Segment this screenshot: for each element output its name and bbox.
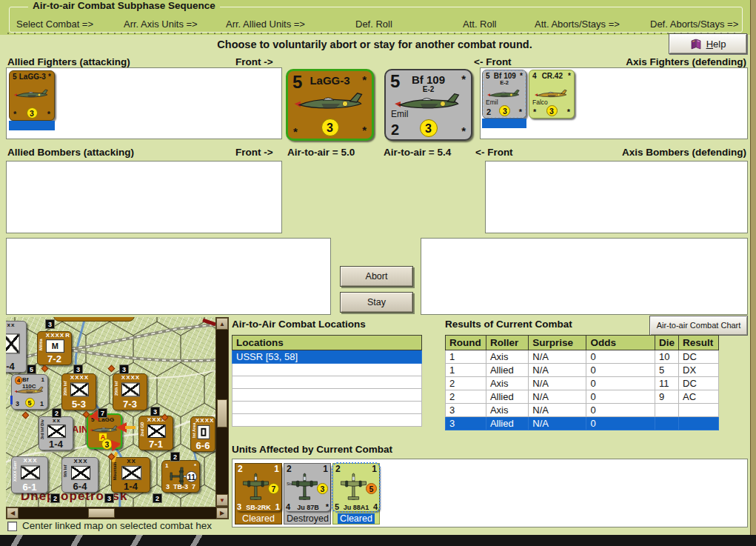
subphase-step: Def. Aborts/Stays =>: [650, 19, 738, 30]
rating-circle: 11: [186, 471, 197, 482]
result-row[interactable]: 1AxisN/A 010DC: [446, 350, 719, 364]
stay-button[interactable]: Stay: [340, 292, 413, 313]
map-unit-counter[interactable]: XX Mountain Div 1-4: [111, 457, 150, 493]
lagg3-plane-icon: [13, 87, 51, 102]
bomber-plane-icon: [291, 473, 318, 502]
scroll-up-icon[interactable]: ▲: [216, 318, 228, 330]
scroll-down-icon[interactable]: ▼: [216, 494, 228, 506]
rating-circle: 3: [546, 105, 558, 116]
map-viewport[interactable]: Dnepropetrovsk AIN XXXX R Militia M 7-2 …: [6, 317, 215, 507]
hex-stack-badge: 2: [170, 452, 180, 462]
rating-circle: 3: [499, 105, 510, 116]
location-row[interactable]: [233, 376, 422, 389]
unit-symbol: [70, 383, 88, 397]
unit-symbol: [121, 466, 142, 479]
hex-stack-badge: 2: [50, 493, 60, 503]
axis-fighters-box[interactable]: 5Bf 109* E-2 Emil 23* 4CR.42* Falco *3*: [480, 67, 748, 139]
map-unit-counter[interactable]: xx -4: [6, 321, 27, 373]
affected-unit[interactable]: 2 1 Stuka 3 4Ju 87B* Destroyed: [284, 463, 331, 525]
locations-table[interactable]: Locations USSR [53, 58]: [232, 335, 422, 427]
map-unit-counter[interactable]: XXXX 29th Inf 5-3: [61, 373, 96, 410]
subphase-step: Arr. Axis Units =>: [124, 19, 198, 30]
unit-symbol: [6, 333, 19, 353]
unit-status-label: Destroyed: [284, 513, 331, 524]
rating-circle: 7: [268, 483, 279, 494]
axis-bombers-label: Axis Bombers (defending): [622, 147, 746, 158]
unit-symbol: [147, 425, 165, 438]
bomber-plane-icon: [242, 473, 269, 502]
results-table[interactable]: RoundRollerSurprise OddsDieResult 1AxisN…: [445, 335, 719, 430]
map-unit-counter[interactable]: XXX 9th Inf 6-4: [61, 457, 98, 493]
allied-fighters-label: Allied Fighters (attacking): [7, 56, 130, 67]
hex-stack-badge: 2: [153, 493, 162, 503]
axis-cr42-counter[interactable]: 4CR.42* Falco *3*: [529, 70, 575, 119]
background-window-edge: [750, 0, 756, 535]
instruction-text: Choose to voluntarily abort or stay for …: [0, 39, 749, 50]
location-row[interactable]: [233, 414, 422, 427]
scroll-right-icon[interactable]: ▶: [216, 507, 228, 519]
unit-status-label: Cleared: [338, 513, 375, 524]
location-row[interactable]: [233, 389, 422, 402]
allied-lagg3-counter[interactable]: 5LaGG-3* *3*: [9, 70, 55, 121]
affected-unit[interactable]: 2 1 5 5Ju 88A14 Cleared: [332, 463, 380, 525]
location-row[interactable]: [233, 364, 422, 376]
center-map-checkbox[interactable]: [7, 522, 17, 531]
mini-map[interactable]: Dnepropetrovsk AIN XXXX R Militia M 7-2 …: [6, 317, 229, 519]
location-row[interactable]: [233, 402, 422, 414]
vertical-scroll-thumb[interactable]: [217, 399, 227, 427]
hex-stack-badge: 5: [27, 364, 36, 374]
map-unit-counter[interactable]: XXX XXXX Garr 6-1: [11, 456, 48, 493]
map-vertical-scrollbar[interactable]: ▲ ▼: [215, 317, 229, 507]
result-row[interactable]: 3AxisN/A 0: [446, 404, 719, 417]
result-row[interactable]: 1AlliedN/A 05DX: [446, 364, 719, 377]
map-unit-counter[interactable]: XXXX 2nd GD Garr 7-1: [138, 416, 173, 450]
abort-button[interactable]: Abort: [340, 266, 413, 287]
hex-stack-badge: 7: [98, 408, 107, 418]
axis-bombers-box[interactable]: [485, 161, 748, 233]
axis-abort-stay-box[interactable]: [421, 238, 748, 315]
map-unit-counter[interactable]: xx 3rd Inf Div 1-4: [39, 416, 73, 450]
background-window-bar: [0, 535, 756, 546]
map-unit-counter[interactable]: XXXX 29th Inf 7-3: [113, 373, 147, 410]
unit-symbol: M: [46, 340, 64, 353]
front-left-label-1: <- Front: [474, 56, 512, 67]
affected-unit-counter[interactable]: 2 1 5 5Ju 88A14: [333, 464, 379, 511]
front-right-label-1: Front ->: [235, 56, 273, 67]
subphase-step: Select Combat =>: [16, 19, 93, 30]
subphase-step: Def. Roll: [355, 19, 392, 30]
hex-stack-badge: 3: [119, 364, 129, 374]
hex-stack-badge: 3: [104, 493, 114, 503]
axis-big-bf109-counter[interactable]: 5 Bf 109 E-2 * Emil 2 3 *: [384, 69, 472, 141]
rating-circle: 3: [27, 107, 38, 119]
scroll-left-icon[interactable]: ◀: [7, 507, 19, 519]
axis-air-value: Air-to-air = 5.4: [384, 147, 451, 158]
rating-circle: 5: [366, 483, 377, 494]
location-row[interactable]: USSR [53, 58]: [233, 350, 422, 364]
combat-hex-counter[interactable]: 5LaGG A 3: [87, 413, 122, 449]
affected-unit[interactable]: 2 1 7 3SB-2RK1 Cleared: [235, 463, 282, 525]
result-row[interactable]: 2AxisN/A 011DC: [446, 377, 719, 390]
map-unit-counter[interactable]: XXXX Int Area 6-6: [190, 416, 215, 452]
air-combat-dialog: Air-to-air Combat Subphase Sequence Sele…: [0, 0, 756, 546]
result-row[interactable]: 2AlliedN/A 09AC: [446, 390, 719, 404]
combat-chart-button[interactable]: Air-to-air Combat Chart: [649, 316, 748, 336]
help-button[interactable]: Help: [669, 33, 747, 54]
affected-unit-counter[interactable]: 2 1 7 3SB-2RK1: [235, 464, 281, 511]
allied-big-lagg3-counter[interactable]: 5 LaGG-3 * * 3 *: [286, 69, 374, 141]
result-row[interactable]: 3AlliedN/A 0: [446, 417, 719, 430]
results-header-row: RoundRollerSurprise OddsDieResult: [446, 336, 719, 350]
allied-bombers-label: Allied Bombers (attacking): [7, 147, 134, 158]
map-horizontal-scrollbar[interactable]: ◀ ▶: [6, 507, 229, 519]
affected-unit-counter[interactable]: 2 1 Stuka 3 4Ju 87B*: [284, 464, 330, 511]
map-unit-counter[interactable]: XXXX R Militia M 7-2: [37, 331, 72, 365]
allied-bombers-box[interactable]: [6, 161, 282, 233]
allied-abort-stay-box[interactable]: [6, 238, 331, 315]
hex-stack-badge: 3: [150, 407, 160, 416]
map-tb3-counter[interactable]: 1* 11 3TB-37: [161, 460, 200, 493]
axis-bf109-counter[interactable]: 5Bf 109* E-2 Emil 23*: [482, 70, 526, 119]
horizontal-scroll-thumb[interactable]: [88, 508, 115, 518]
map-bf110-counter[interactable]: 4Bf 110C1 351: [11, 374, 48, 410]
subphase-step: Att. Aborts/Stays =>: [535, 19, 620, 30]
allied-fighters-box[interactable]: 5LaGG-3* *3*: [6, 67, 282, 139]
bomber-plane-icon: [340, 473, 367, 502]
